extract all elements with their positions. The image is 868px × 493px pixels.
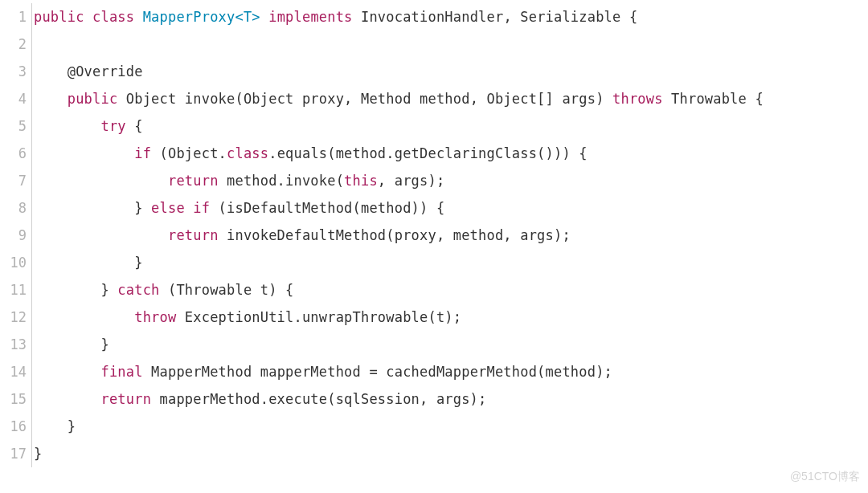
- code-content: public Object invoke(Object proxy, Metho…: [32, 85, 764, 112]
- code-line: 15 return mapperMethod.execute(sqlSessio…: [0, 385, 868, 413]
- code-line: 17}: [0, 440, 868, 467]
- code-token: [84, 9, 92, 25]
- code-token: class: [92, 9, 134, 25]
- code-line: 8 } else if (isDefaultMethod(method)) {: [0, 194, 868, 222]
- line-number: 14: [0, 358, 32, 385]
- watermark: @51CTO博客: [790, 462, 860, 490]
- code-token: public: [68, 91, 118, 107]
- line-number: 9: [0, 222, 32, 249]
- code-token: mapperMethod.execute(sqlSession, args);: [151, 391, 486, 407]
- code-content: return mapperMethod.execute(sqlSession, …: [32, 385, 487, 413]
- code-token: MapperProxy<T>: [143, 9, 260, 25]
- code-line: 11 } catch (Throwable t) {: [0, 276, 868, 304]
- code-token: }: [34, 255, 143, 271]
- code-token: MapperMethod mapperMethod = cachedMapper…: [143, 364, 612, 380]
- code-token: [34, 118, 100, 134]
- code-token: else: [151, 200, 185, 216]
- code-token: .equals(method.getDeclaringClass())) {: [268, 145, 588, 161]
- code-token: (isDefaultMethod(method)) {: [210, 200, 444, 216]
- line-number: 15: [0, 385, 32, 413]
- code-lines-container: 1public class MapperProxy<T> implements …: [0, 3, 868, 467]
- code-token: {: [126, 118, 143, 134]
- code-line: 1public class MapperProxy<T> implements …: [0, 3, 868, 31]
- line-number: 13: [0, 331, 32, 358]
- code-token: [34, 145, 134, 161]
- code-line: 13 }: [0, 331, 868, 358]
- code-token: invoke: [185, 91, 235, 107]
- code-token: try: [100, 118, 125, 134]
- code-line: 12 throw ExceptionUtil.unwrapThrowable(t…: [0, 304, 868, 331]
- code-token: public: [34, 9, 84, 25]
- code-content: @Override: [32, 58, 143, 85]
- code-line: 7 return method.invoke(this, args);: [0, 167, 868, 194]
- code-content: }: [32, 249, 143, 276]
- code-token: invokeDefaultMethod(proxy, method, args)…: [219, 227, 571, 243]
- code-token: }: [34, 418, 76, 434]
- code-line: 5 try {: [0, 112, 868, 140]
- code-token: Object: [117, 91, 184, 107]
- code-token: }: [34, 446, 42, 462]
- code-token: [34, 391, 100, 407]
- code-token: [34, 91, 68, 107]
- code-line: 14 final MapperMethod mapperMethod = cac…: [0, 358, 868, 385]
- code-token: [260, 9, 268, 25]
- code-line: 2: [0, 31, 868, 58]
- code-token: [34, 227, 168, 243]
- code-line: 9 return invokeDefaultMethod(proxy, meth…: [0, 222, 868, 249]
- code-token: ExceptionUtil.unwrapThrowable(t);: [176, 309, 461, 325]
- code-content: if (Object.class.equals(method.getDeclar…: [32, 140, 588, 167]
- code-content: throw ExceptionUtil.unwrapThrowable(t);: [32, 304, 461, 331]
- code-token: implements: [268, 9, 352, 25]
- code-token: [34, 309, 134, 325]
- code-token: return: [168, 227, 219, 243]
- code-content: try {: [32, 112, 143, 140]
- code-content: public class MapperProxy<T> implements I…: [32, 3, 637, 31]
- code-content: } catch (Throwable t) {: [32, 276, 294, 304]
- code-token: }: [34, 282, 117, 298]
- code-token: throw: [134, 309, 176, 325]
- code-token: }: [34, 336, 109, 352]
- line-number: 8: [0, 194, 32, 222]
- code-token: final: [100, 364, 142, 380]
- code-token: this: [344, 173, 378, 189]
- code-token: [34, 364, 100, 380]
- code-token: [34, 63, 68, 79]
- code-viewer: 1public class MapperProxy<T> implements …: [0, 0, 868, 493]
- code-token: InvocationHandler, Serializable {: [353, 9, 638, 25]
- code-token: (Object proxy, Method method, Object[] a…: [235, 91, 612, 107]
- line-number: 16: [0, 413, 32, 440]
- code-token: method.invoke(: [219, 173, 345, 189]
- line-number: 17: [0, 440, 32, 467]
- code-content: return method.invoke(this, args);: [32, 167, 444, 194]
- code-token: throws: [612, 91, 663, 107]
- code-line: 10 }: [0, 249, 868, 276]
- code-token: if: [134, 145, 151, 161]
- code-token: (Throwable t) {: [160, 282, 294, 298]
- line-number: 2: [0, 31, 32, 58]
- code-token: if: [193, 200, 210, 216]
- code-token: return: [168, 173, 219, 189]
- code-content: }: [32, 413, 76, 440]
- line-number: 12: [0, 304, 32, 331]
- code-token: @Override: [68, 63, 143, 79]
- line-number: 4: [0, 85, 32, 112]
- line-number: 3: [0, 58, 32, 85]
- line-number: 1: [0, 3, 32, 31]
- code-token: (Object.: [151, 145, 227, 161]
- code-line: 6 if (Object.class.equals(method.getDecl…: [0, 140, 868, 167]
- code-token: class: [227, 145, 268, 161]
- code-content: }: [32, 440, 42, 467]
- line-number: 6: [0, 140, 32, 167]
- code-line: 3 @Override: [0, 58, 868, 85]
- code-line: 16 }: [0, 413, 868, 440]
- line-number: 7: [0, 167, 32, 194]
- code-content: return invokeDefaultMethod(proxy, method…: [32, 222, 571, 249]
- line-number: 11: [0, 276, 32, 304]
- code-token: [34, 173, 168, 189]
- code-line: 4 public Object invoke(Object proxy, Met…: [0, 85, 868, 112]
- code-token: [185, 200, 193, 216]
- line-number: 10: [0, 249, 32, 276]
- code-content: final MapperMethod mapperMethod = cached…: [32, 358, 612, 385]
- code-token: [134, 9, 142, 25]
- code-token: catch: [117, 282, 159, 298]
